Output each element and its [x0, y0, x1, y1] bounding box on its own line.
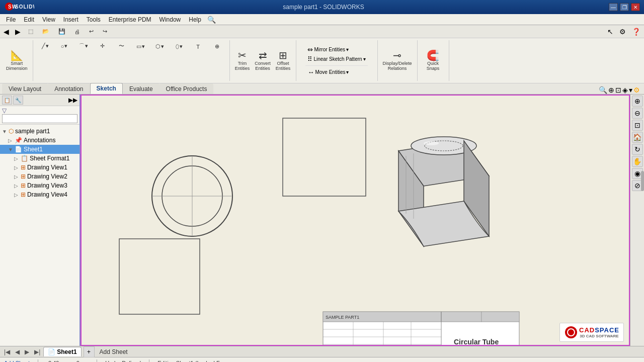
redo-btn[interactable]: ↪: [100, 28, 110, 35]
nav-prev-btn[interactable]: ◀: [13, 347, 22, 356]
tree-root[interactable]: ▼ ⬡ sample part1: [0, 127, 79, 136]
convert-entities-btn[interactable]: ⇄ Convert Entities: [253, 49, 273, 72]
help-icon[interactable]: ❓: [630, 27, 642, 36]
print-btn[interactable]: 🖨: [71, 28, 83, 35]
new-btn[interactable]: ⬚: [25, 28, 36, 35]
view4-icon: ⊞: [21, 191, 26, 198]
mirror-entities-btn[interactable]: ⇔ Mirror Entities ▾: [305, 45, 351, 54]
nav-first-btn[interactable]: |◀: [2, 347, 12, 356]
move-dropdown-icon[interactable]: ▾: [346, 69, 349, 75]
sheet1-tab-icon: 📄: [48, 348, 55, 355]
tab-office[interactable]: Office Products: [159, 83, 214, 94]
zoom-out-btn[interactable]: ⊖: [632, 108, 643, 119]
rect-btn[interactable]: ▭▾: [132, 42, 150, 51]
sheet1-tab[interactable]: 📄 Sheet1: [43, 347, 81, 356]
quick-snaps-btn[interactable]: 🧲 Quick Snaps: [421, 49, 446, 72]
pan-btn[interactable]: ✋: [632, 156, 643, 167]
ellipse-btn[interactable]: ⬯▾: [170, 42, 188, 51]
zoom-in-btn[interactable]: ⊕: [632, 96, 643, 107]
svg-rect-17: [441, 312, 481, 322]
save-btn[interactable]: 💾: [55, 28, 68, 35]
tree-search-input[interactable]: [2, 114, 77, 123]
line-btn[interactable]: ╱▾: [36, 41, 54, 51]
home-btn[interactable]: 🏠: [632, 132, 643, 143]
move-entities-btn[interactable]: ↔ Move Entities ▾: [305, 68, 351, 76]
poly-btn[interactable]: ⬡▾: [151, 42, 169, 51]
menu-window[interactable]: Window: [155, 15, 185, 24]
linear-dropdown-icon[interactable]: ▾: [363, 56, 366, 62]
property-manager-icon[interactable]: 🔧: [13, 96, 23, 105]
tree-root-label: sample part1: [15, 128, 50, 135]
construction-btn[interactable]: ⊕: [208, 42, 226, 51]
back-icon[interactable]: ◀: [2, 27, 11, 36]
close-button[interactable]: ✕: [631, 3, 640, 11]
smart-dimension-btn[interactable]: 📐 Smart Dimension: [4, 49, 30, 72]
fit-all-btn[interactable]: ⊡: [632, 120, 643, 131]
view2-expand-icon: ▷: [14, 174, 19, 179]
cadspace-tagline: 3D CAD SOFTWARE: [579, 334, 619, 338]
tab-evaluate[interactable]: Evaluate: [123, 83, 159, 94]
spline-btn[interactable]: 〜: [113, 41, 131, 51]
open-btn[interactable]: 📂: [39, 28, 52, 35]
tree-drawing-view2[interactable]: ▷ ⊞ Drawing View2: [0, 172, 79, 181]
tab-view-layout[interactable]: View Layout: [2, 83, 48, 94]
window-controls: — ❐ ✕: [609, 3, 640, 11]
cadspace-cad: CAD: [579, 326, 595, 334]
tree-sheet-format[interactable]: ▷ 📋 Sheet Format1: [0, 154, 79, 163]
display-icon[interactable]: ◈: [622, 86, 628, 94]
drawing-area[interactable]: SAMPLE PART1 Circular Tube: [80, 95, 630, 346]
arc-btn[interactable]: ⌒▾: [74, 41, 93, 51]
settings-small-icon[interactable]: ⚙: [633, 86, 640, 94]
menu-tools[interactable]: Tools: [83, 15, 105, 24]
menu-file[interactable]: File: [2, 15, 20, 24]
menu-enterprise[interactable]: Enterprise PDM: [105, 15, 155, 24]
display-delete-btn[interactable]: ⊸ Display/Delete Relations: [381, 49, 414, 72]
view-icon[interactable]: 🔍: [599, 86, 607, 94]
add-sheet-text-btn[interactable]: Add Sheet: [96, 347, 132, 356]
spline-icon: 〜: [119, 42, 124, 50]
tab-annotation[interactable]: Annotation: [48, 83, 90, 94]
nav-next-btn[interactable]: ▶: [23, 347, 31, 356]
select-icon[interactable]: ↖: [606, 27, 615, 36]
menu-view[interactable]: View: [38, 15, 59, 24]
minimize-button[interactable]: —: [609, 3, 618, 11]
app-logo: SW SOLIDWORKS: [4, 2, 34, 13]
zoom-icon[interactable]: ⊕: [608, 86, 614, 94]
mirror-dropdown-icon[interactable]: ▾: [346, 47, 349, 52]
linear-pattern-btn[interactable]: ⠿ Linear Sketch Pattern ▾: [305, 55, 367, 63]
tree-sheet1[interactable]: ▼ 📄 Sheet1: [0, 145, 79, 154]
snaps-icon: 🧲: [427, 50, 439, 60]
circle-btn[interactable]: ○▾: [55, 41, 73, 51]
nav-last-btn[interactable]: ▶|: [32, 347, 42, 356]
restore-button[interactable]: ❐: [620, 3, 629, 11]
offset-entities-btn[interactable]: ⊞ Offset Entities: [274, 49, 293, 72]
tree-annotations[interactable]: ▷ 📌 Annotations: [0, 136, 79, 145]
feature-manager-icon[interactable]: 📋: [2, 96, 12, 105]
collapse-panel-icon[interactable]: ▶▶: [68, 97, 77, 104]
rotate-btn[interactable]: ↻: [632, 144, 643, 155]
menu-insert[interactable]: Insert: [59, 15, 83, 24]
part-icon: ⬡: [9, 128, 14, 135]
tree-drawing-view1[interactable]: ▷ ⊞ Drawing View1: [0, 163, 79, 172]
tree-drawing-view3[interactable]: ▷ ⊞ Drawing View3: [0, 181, 79, 190]
tree-drawing-view4[interactable]: ▷ ⊞ Drawing View4: [0, 190, 79, 199]
undo-btn[interactable]: ↩: [86, 28, 97, 35]
sketch-tools-group: ╱▾ ○▾ ⌒▾ ✛ 〜 ▭▾ ⬡▾: [34, 40, 230, 81]
forward-icon[interactable]: ▶: [14, 27, 22, 36]
view-dropdown[interactable]: ▾: [629, 86, 632, 94]
text-btn[interactable]: T: [189, 42, 207, 51]
linear-label: Linear Sketch Pattern: [313, 56, 362, 62]
menu-edit[interactable]: Edit: [20, 15, 38, 24]
pattern-group: ⇔ Mirror Entities ▾ ⠿ Linear Sketch Patt…: [297, 40, 378, 81]
settings-icon[interactable]: ⚙: [618, 27, 627, 36]
menu-help[interactable]: Help: [185, 15, 205, 24]
add-sheet-icon-btn[interactable]: +: [84, 346, 95, 357]
view3-expand-icon: ▷: [14, 183, 19, 189]
search-icon[interactable]: 🔍: [207, 16, 216, 24]
cross-btn[interactable]: ✛: [94, 41, 112, 51]
trim-entities-btn[interactable]: ✂ Trim Entities: [233, 49, 252, 72]
relations-group: ⊸ Display/Delete Relations: [379, 40, 418, 81]
fit-icon[interactable]: ⊡: [615, 86, 621, 94]
toolbar-top: ◀ ▶ ⬚ 📂 💾 🖨 ↩ ↪ ↖ ⚙ ❓: [0, 25, 644, 38]
tab-sketch[interactable]: Sketch: [90, 83, 123, 94]
